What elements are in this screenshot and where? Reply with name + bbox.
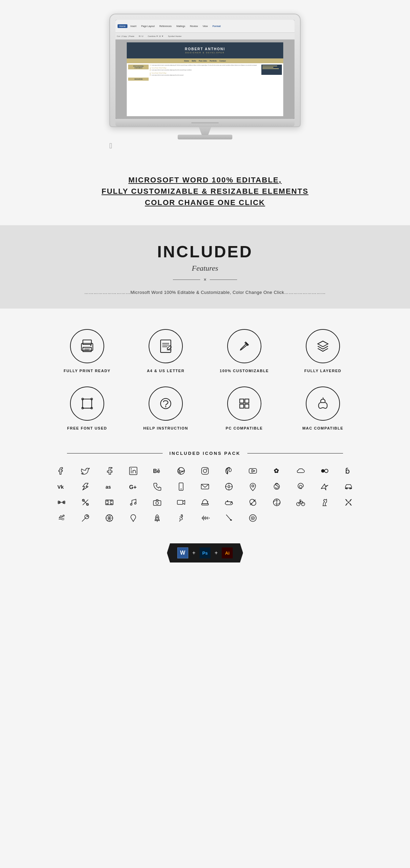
ribbon-tab-view: View xyxy=(201,24,209,28)
feature-customizable: 100% CUSTOMIZABLE xyxy=(208,329,280,373)
resume-body: PROFESSIONAL STATEMENT EDUCATION Lorem i… xyxy=(127,63,283,116)
svg-point-79 xyxy=(231,502,232,503)
resume-doc: · · · · · · · · · · · · · · · · · ROBERT… xyxy=(127,42,283,116)
svg-text:Vk: Vk xyxy=(57,484,64,490)
svg-point-109 xyxy=(249,515,256,521)
feature-mac: MAC COMPATIBLE xyxy=(287,386,359,430)
feature-free-font: FREE FONT USED xyxy=(51,386,123,430)
ribbon-tab-format: Format xyxy=(211,24,222,28)
headline-line3: COLOR CHANGE ONE CLICK xyxy=(101,197,309,208)
twitter-icon xyxy=(75,466,96,476)
svg-rect-67 xyxy=(111,500,112,501)
monitor-outer: Home Insert Page Layout References Maili… xyxy=(109,14,301,127)
svg-rect-2 xyxy=(83,347,92,352)
svg-rect-75 xyxy=(177,500,183,504)
camera-icon xyxy=(147,498,167,507)
monitor-screen: Home Insert Page Layout References Maili… xyxy=(115,20,295,119)
googleplus-icon: G+ xyxy=(123,482,144,491)
runner-icon xyxy=(171,513,191,523)
svg-marker-33 xyxy=(252,470,255,472)
svg-rect-32 xyxy=(249,469,257,473)
monitor-stand xyxy=(109,127,301,139)
free-font-circle xyxy=(70,386,104,421)
included-subtitle: Features xyxy=(0,264,410,273)
photoshop-badge-label: Ps xyxy=(202,551,208,556)
music-note-icon xyxy=(123,498,144,507)
svg-rect-22 xyxy=(245,404,249,408)
ribbon-tab-review: Review xyxy=(188,24,200,28)
resume-sidebar xyxy=(261,65,282,115)
svg-text:Bē: Bē xyxy=(153,468,160,474)
word-content: · · · · · · · · · · · · · · · · · ROBERT… xyxy=(115,40,295,119)
resume-section-education: EDUCATION xyxy=(128,78,149,81)
pc-label: PC COMPATIBLE xyxy=(226,426,263,430)
svg-point-53 xyxy=(346,488,347,489)
divider-line-right xyxy=(210,280,237,280)
svg-point-72 xyxy=(135,503,136,504)
svg-text:G+: G+ xyxy=(129,484,137,490)
basketball-icon xyxy=(99,513,120,523)
phone-icon xyxy=(147,482,167,491)
resume-section-professional: PROFESSIONAL STATEMENT xyxy=(128,65,149,69)
vk-icon: Vk xyxy=(51,482,72,491)
svg-rect-66 xyxy=(107,503,108,505)
included-section: INCLUDED Features × …………………………Microsoft … xyxy=(0,225,410,309)
icons-header-text: INCLUDED ICONS PACK xyxy=(169,451,241,456)
svg-point-99 xyxy=(181,515,182,516)
svg-text:✿: ✿ xyxy=(274,467,279,474)
dribbble-icon xyxy=(171,466,191,476)
document-edit-icon xyxy=(157,338,174,355)
feature-layered: FULLY LAYERED xyxy=(287,329,359,373)
svg-point-30 xyxy=(203,469,207,473)
film-icon xyxy=(99,498,120,507)
svg-point-74 xyxy=(156,502,159,504)
feature-print-ready: FULLY PRINT READY xyxy=(51,329,123,373)
help-icon xyxy=(157,395,174,412)
social-icons-grid: Bē ✿ ɓ Vk a xyxy=(51,466,359,523)
divider-x-char: × xyxy=(204,277,206,282)
audio-wave-icon xyxy=(195,513,215,523)
settings-circle-icon xyxy=(219,482,239,491)
icons-section: INCLUDED ICONS PACK Bē xyxy=(0,444,410,537)
monitor-chin-line xyxy=(191,122,219,123)
resume-left-column: PROFESSIONAL STATEMENT EDUCATION xyxy=(128,65,149,115)
mac-circle xyxy=(306,386,340,421)
customizable-circle xyxy=(227,329,261,363)
print-ready-circle xyxy=(70,329,104,363)
features-section: FULLY PRINT READY A4 & US LETTER xyxy=(0,309,410,444)
word-badge-label: W xyxy=(180,550,185,556)
svg-point-54 xyxy=(350,488,351,489)
main-headline: MICROSOFT WORD 100% EDITABLE, FULLY CUST… xyxy=(101,174,309,208)
apple-logo-icon:  xyxy=(109,141,301,150)
monitor-chin xyxy=(115,119,295,126)
car-icon xyxy=(338,482,359,491)
resume-nav-bar: Home Skills Past Jobs Portfolio Contact xyxy=(127,58,283,63)
volleyball-icon xyxy=(266,498,287,507)
monitor-base xyxy=(178,135,232,139)
layered-circle xyxy=(306,329,340,363)
resume-dots-bottom: · · · · · · · · · · · · · · · · · xyxy=(192,54,219,56)
resume-header: · · · · · · · · · · · · · · · · · ROBERT… xyxy=(127,42,283,58)
badminton-icon xyxy=(75,513,96,523)
svg-rect-21 xyxy=(240,404,244,408)
svg-line-108 xyxy=(226,515,231,520)
a4-letter-label: A4 & US LETTER xyxy=(147,369,184,373)
flickr-icon xyxy=(314,466,335,476)
svg-point-78 xyxy=(230,503,231,504)
svg-point-26 xyxy=(131,469,132,470)
divider-line-left xyxy=(173,280,200,280)
pinterest-icon xyxy=(219,466,239,476)
tools-cross-icon xyxy=(338,498,359,507)
behance-icon: Bē xyxy=(147,466,167,476)
included-title: INCLUDED xyxy=(0,242,410,261)
svg-point-110 xyxy=(251,516,255,520)
pencil-icon xyxy=(236,338,253,355)
printer-icon xyxy=(79,338,96,355)
svg-rect-68 xyxy=(111,503,112,505)
feature-pc: PC COMPATIBLE xyxy=(208,386,280,430)
help-circle xyxy=(149,386,183,421)
feature-help: HELP INSTRUCTION xyxy=(130,386,202,430)
resume-block-2: Course Study / School College Lorem ipsu… xyxy=(150,67,260,71)
word-toolbar: Cut | Copy | Paste B I U Cambria ▼ 12 ▼ … xyxy=(115,33,295,40)
svg-text:as: as xyxy=(106,484,111,490)
